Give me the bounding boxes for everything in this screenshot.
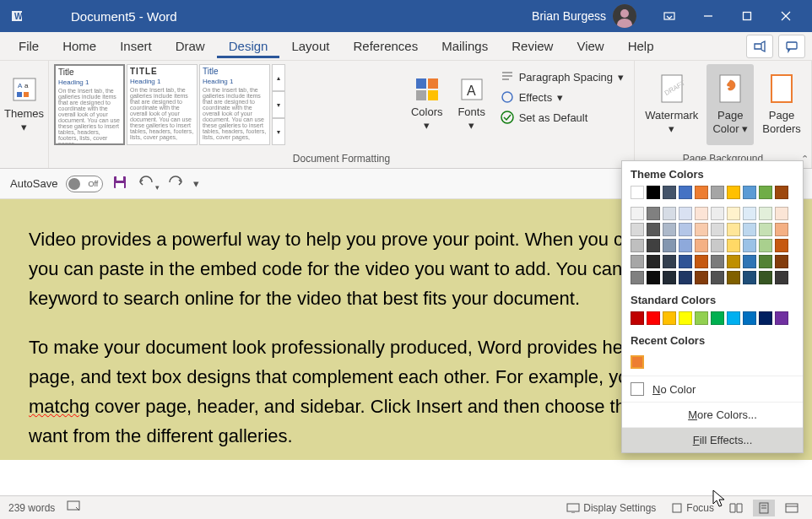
color-swatch[interactable]: [647, 207, 660, 220]
color-swatch[interactable]: [647, 239, 660, 252]
color-swatch[interactable]: [743, 239, 756, 252]
color-swatch[interactable]: [647, 255, 660, 268]
color-swatch[interactable]: [759, 239, 772, 252]
comments-button[interactable]: [778, 35, 805, 58]
color-swatch[interactable]: [775, 186, 788, 199]
tab-view[interactable]: View: [565, 34, 615, 58]
color-swatch[interactable]: [663, 207, 676, 220]
style-gallery[interactable]: Title Heading 1 On the Insert tab, the g…: [54, 64, 403, 145]
focus-button[interactable]: Focus: [666, 500, 719, 516]
color-swatch[interactable]: [775, 311, 788, 325]
color-swatch[interactable]: [679, 186, 692, 199]
color-swatch[interactable]: [711, 255, 724, 268]
color-swatch[interactable]: [695, 239, 708, 252]
tab-insert[interactable]: Insert: [108, 34, 164, 58]
color-swatch[interactable]: [631, 207, 644, 220]
color-swatch[interactable]: [679, 207, 692, 220]
color-swatch[interactable]: [631, 311, 644, 325]
color-swatch[interactable]: [631, 355, 644, 369]
color-swatch[interactable]: [743, 186, 756, 199]
paragraph-spacing-button[interactable]: Paragraph Spacing ▾: [495, 68, 629, 86]
tab-home[interactable]: Home: [51, 34, 108, 58]
word-count[interactable]: 239 words: [8, 502, 55, 514]
redo-button[interactable]: [168, 175, 185, 192]
minimize-button[interactable]: [689, 0, 728, 32]
color-swatch[interactable]: [711, 239, 724, 252]
user-avatar[interactable]: [613, 4, 636, 28]
effects-button[interactable]: Effects ▾: [495, 88, 629, 106]
style-set-1[interactable]: Title Heading 1 On the Insert tab, the g…: [54, 64, 125, 145]
style-set-3[interactable]: Title Heading 1 On the Insert tab, the g…: [199, 64, 270, 145]
color-swatch[interactable]: [711, 271, 724, 284]
user-name[interactable]: Brian Burgess: [532, 9, 606, 23]
color-swatch[interactable]: [759, 223, 772, 236]
color-swatch[interactable]: [775, 271, 788, 284]
color-swatch[interactable]: [663, 186, 676, 199]
close-button[interactable]: [766, 0, 805, 32]
color-swatch[interactable]: [775, 207, 788, 220]
colors-button[interactable]: Colors▾: [406, 64, 448, 145]
color-swatch[interactable]: [759, 271, 772, 284]
share-button[interactable]: [746, 35, 773, 58]
color-swatch[interactable]: [631, 223, 644, 236]
watermark-button[interactable]: DRAFT Watermark▾: [640, 64, 703, 145]
fill-effects-item[interactable]: Fill Effects...: [622, 427, 803, 452]
tab-references[interactable]: References: [341, 34, 430, 58]
tab-layout[interactable]: Layout: [279, 34, 341, 58]
color-swatch[interactable]: [727, 271, 740, 284]
print-layout-button[interactable]: [753, 500, 775, 516]
color-swatch[interactable]: [631, 271, 644, 284]
tab-draw[interactable]: Draw: [164, 34, 217, 58]
qat-more-icon[interactable]: ▾: [193, 177, 199, 190]
tab-design[interactable]: Design: [217, 34, 280, 58]
more-colors-item[interactable]: More Colors...: [622, 402, 803, 427]
color-swatch[interactable]: [711, 207, 724, 220]
color-swatch[interactable]: [727, 223, 740, 236]
color-swatch[interactable]: [727, 239, 740, 252]
color-swatch[interactable]: [743, 207, 756, 220]
color-swatch[interactable]: [663, 271, 676, 284]
color-swatch[interactable]: [663, 223, 676, 236]
undo-button[interactable]: ▾: [137, 175, 160, 192]
color-swatch[interactable]: [679, 271, 692, 284]
spelling-error[interactable]: matchg: [29, 396, 89, 417]
page-borders-button[interactable]: Page Borders: [757, 64, 806, 145]
tab-file[interactable]: File: [7, 34, 51, 58]
color-swatch[interactable]: [647, 311, 660, 325]
color-swatch[interactable]: [727, 186, 740, 199]
color-swatch[interactable]: [679, 255, 692, 268]
color-swatch[interactable]: [679, 223, 692, 236]
maximize-button[interactable]: [728, 0, 766, 32]
color-swatch[interactable]: [695, 311, 708, 325]
tab-mailings[interactable]: Mailings: [430, 34, 500, 58]
style-set-2[interactable]: TITLE Heading 1 On the Insert tab, the g…: [127, 64, 198, 145]
color-swatch[interactable]: [743, 311, 756, 325]
color-swatch[interactable]: [711, 311, 724, 325]
color-swatch[interactable]: [759, 255, 772, 268]
color-swatch[interactable]: [647, 271, 660, 284]
color-swatch[interactable]: [711, 186, 724, 199]
color-swatch[interactable]: [775, 239, 788, 252]
color-swatch[interactable]: [695, 186, 708, 199]
color-swatch[interactable]: [695, 271, 708, 284]
color-swatch[interactable]: [679, 311, 692, 325]
color-swatch[interactable]: [679, 239, 692, 252]
color-swatch[interactable]: [663, 255, 676, 268]
page-color-button[interactable]: Page Color ▾: [706, 64, 754, 145]
color-swatch[interactable]: [695, 255, 708, 268]
display-settings-button[interactable]: Display Settings: [561, 500, 661, 516]
gallery-scroll[interactable]: ▴▾▾: [272, 64, 285, 145]
autosave-toggle[interactable]: Off: [66, 176, 103, 192]
web-layout-button[interactable]: [780, 500, 804, 516]
themes-button[interactable]: Aa Themes▾: [0, 64, 49, 145]
color-swatch[interactable]: [647, 186, 660, 199]
ribbon-mode-button[interactable]: [650, 0, 689, 32]
color-swatch[interactable]: [775, 255, 788, 268]
color-swatch[interactable]: [711, 223, 724, 236]
set-default-button[interactable]: Set as Default: [495, 108, 629, 127]
tab-help[interactable]: Help: [616, 34, 666, 58]
color-swatch[interactable]: [631, 186, 644, 199]
color-swatch[interactable]: [743, 255, 756, 268]
color-swatch[interactable]: [631, 239, 644, 252]
color-swatch[interactable]: [759, 207, 772, 220]
